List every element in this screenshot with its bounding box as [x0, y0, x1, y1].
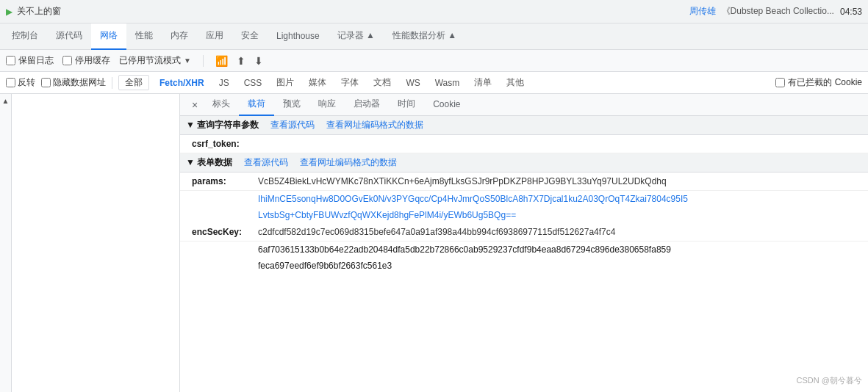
tab-console[interactable]: 控制台 — [3, 23, 47, 50]
disable-cache-input[interactable] — [62, 56, 72, 65]
csrf-token-value — [258, 137, 856, 150]
css-filter-btn[interactable]: CSS — [240, 77, 267, 89]
tab-memory[interactable]: 内存 — [162, 23, 197, 50]
top-bar-title: 关不上的窗 — [17, 5, 61, 18]
filter-divider — [112, 77, 112, 89]
tab-security[interactable]: 安全 — [232, 23, 268, 50]
blocked-cookie-label: 有已拦截的 Cookie — [788, 76, 862, 89]
js-filter-btn[interactable]: JS — [215, 77, 234, 89]
params-value2-line: IhiMnCE5sonqHw8D0OGvEk0N/v3PYGqcc/Cp4HvJ… — [180, 191, 868, 207]
hide-data-urls-label: 隐藏数据网址 — [53, 76, 106, 89]
tab-response[interactable]: 响应 — [309, 94, 345, 116]
invert-input[interactable] — [6, 78, 15, 87]
tab-timing[interactable]: 时间 — [389, 94, 424, 116]
filter-row: 反转 隐藏数据网址 全部 Fetch/XHR JS CSS 图片 媒体 字体 文… — [0, 72, 868, 94]
devtools-tabs: 控制台 源代码 网络 性能 内存 应用 安全 Lighthouse 记录器 ▲ … — [0, 23, 868, 50]
tab-performance-insights[interactable]: 性能数据分析 ▲ — [384, 23, 465, 50]
ws-filter-btn[interactable]: WS — [401, 77, 424, 89]
hide-data-urls-input[interactable] — [41, 78, 51, 87]
tab-preview[interactable]: 预览 — [274, 94, 309, 116]
preserve-log-label: 保留日志 — [18, 54, 54, 67]
form-section-title: ▼ 表单数据 — [186, 156, 232, 169]
invert-label: 反转 — [18, 76, 35, 89]
throttle-label: 已停用节流模式 — [119, 54, 181, 67]
font-filter-btn[interactable]: 字体 — [337, 76, 363, 90]
clear-filter-btn[interactable]: 清单 — [470, 76, 496, 90]
play-icon: ▶ — [6, 7, 12, 17]
query-view-url-encoded-link[interactable]: 查看网址编码格式的数据 — [326, 119, 423, 131]
tab-performance[interactable]: 性能 — [126, 23, 162, 50]
upload-icon[interactable]: ⬆ — [237, 55, 245, 67]
sidebar: ▲ — [0, 94, 180, 392]
tab-network[interactable]: 网络 — [91, 23, 126, 50]
encseckey-value3-line: feca697eedf6ef9b6bf2663fc561e3 — [180, 258, 868, 274]
download-icon[interactable]: ⬇ — [254, 55, 263, 67]
other-filter-btn[interactable]: 其他 — [502, 76, 528, 90]
tab-recorder[interactable]: 记录器 ▲ — [329, 23, 384, 50]
blocked-cookie-filter[interactable]: 有已拦截的 Cookie — [775, 76, 862, 89]
tab-sources[interactable]: 源代码 — [47, 23, 91, 50]
preserve-log-checkbox[interactable]: 保留日志 — [6, 54, 54, 67]
encseckey-value1: c2dfcdf582d19c7ec069d8315befe647a0a91af3… — [258, 225, 856, 239]
disable-cache-label: 停用缓存 — [75, 54, 110, 67]
params-key: params: — [192, 175, 258, 188]
tab-application[interactable]: 应用 — [197, 23, 232, 50]
form-view-url-encoded-link[interactable]: 查看网址编码格式的数据 — [300, 156, 397, 169]
form-section-header: ▼ 表单数据 查看源代码 查看网址编码格式的数据 — [180, 153, 868, 173]
params-value1: VcB5Z4BiekLvHcWYMKc78nXTiKKCn+6eAjm8yfLk… — [258, 175, 856, 188]
toolbar-divider — [203, 55, 204, 67]
tab-headers[interactable]: 标头 — [204, 94, 239, 116]
encseckey-row: encSecKey: c2dfcdf582d19c7ec069d8315befe… — [180, 223, 868, 242]
sub-tabs: × 标头 载荷 预览 响应 启动器 时间 Cookie — [180, 94, 868, 116]
form-section-title-wrap: ▼ 表单数据 — [186, 156, 232, 169]
params-row: params: VcB5Z4BiekLvHcWYMKc78nXTiKKCn+6e… — [180, 173, 868, 191]
watermark: CSDN @朝兮暮兮 — [797, 375, 862, 386]
top-bar-user: 周传雄 — [689, 5, 716, 18]
wifi-icon[interactable]: 📶 — [215, 55, 228, 67]
disable-cache-checkbox[interactable]: 停用缓存 — [62, 54, 110, 67]
tab-lighthouse[interactable]: Lighthouse — [268, 23, 329, 50]
query-section-header: ▼ 查询字符串参数 查看源代码 查看网址编码格式的数据 — [180, 116, 868, 135]
scroll-up-icon[interactable]: ▲ — [2, 97, 10, 105]
tab-initiator[interactable]: 启动器 — [345, 94, 389, 116]
top-bar-left: ▶ 关不上的窗 — [6, 5, 61, 18]
query-section-title: ▼ 查询字符串参数 — [186, 119, 259, 131]
img-filter-btn[interactable]: 图片 — [272, 76, 298, 90]
tab-payload[interactable]: 载荷 — [239, 94, 274, 116]
right-panel: × 标头 载荷 预览 响应 启动器 时间 Cookie ▼ 查询字符串参数 查看… — [180, 94, 868, 392]
top-bar: ▶ 关不上的窗 周传雄 《Dubstep Beach Collectio... … — [0, 0, 868, 23]
csrf-token-key: csrf_token: — [192, 137, 258, 150]
form-view-source-link[interactable]: 查看源代码 — [244, 156, 288, 169]
encseckey-value2-line: 6af703615133b0b64e22adb20484dfa5db22b728… — [180, 242, 868, 258]
throttle-dropdown[interactable]: 已停用节流模式 ▼ — [119, 54, 191, 67]
params-value3-line: LvtsbSg+CbtyFBUWvzfQqWXKejd8hgFePlM4i/yE… — [180, 207, 868, 223]
fetch-xhr-filter-btn[interactable]: Fetch/XHR — [155, 77, 209, 89]
top-bar-right: 周传雄 《Dubstep Beach Collectio... 04:53 — [689, 5, 862, 18]
encseckey-key: encSecKey: — [192, 225, 258, 239]
doc-filter-btn[interactable]: 文档 — [369, 76, 395, 90]
hide-data-urls-checkbox[interactable]: 隐藏数据网址 — [41, 76, 106, 89]
sidebar-scroll: ▲ — [0, 94, 12, 392]
preserve-log-input[interactable] — [6, 56, 15, 65]
toolbar: 保留日志 停用缓存 已停用节流模式 ▼ 📶 ⬆ ⬇ — [0, 50, 868, 72]
blocked-cookie-input[interactable] — [775, 78, 785, 87]
query-section-title-wrap: ▼ 查询字符串参数 — [186, 119, 259, 131]
query-view-source-link[interactable]: 查看源代码 — [270, 119, 315, 131]
all-filter-btn[interactable]: 全部 — [118, 75, 149, 90]
tab-cookie[interactable]: Cookie — [424, 94, 469, 116]
media-filter-btn[interactable]: 媒体 — [304, 76, 331, 90]
main-layout: ▲ × 标头 载荷 预览 响应 启动器 时间 Cookie ▼ 查询字符串参数 … — [0, 94, 868, 392]
top-bar-song: 《Dubstep Beach Collectio... — [722, 5, 834, 18]
top-bar-time: 04:53 — [840, 7, 862, 17]
csrf-token-row: csrf_token: — [180, 135, 868, 153]
close-tab-btn[interactable]: × — [186, 99, 204, 111]
invert-checkbox[interactable]: 反转 — [6, 76, 35, 89]
content-area: ▼ 查询字符串参数 查看源代码 查看网址编码格式的数据 csrf_token: … — [180, 116, 868, 392]
dropdown-arrow-icon: ▼ — [184, 57, 191, 65]
wasm-filter-btn[interactable]: Wasm — [431, 77, 465, 89]
